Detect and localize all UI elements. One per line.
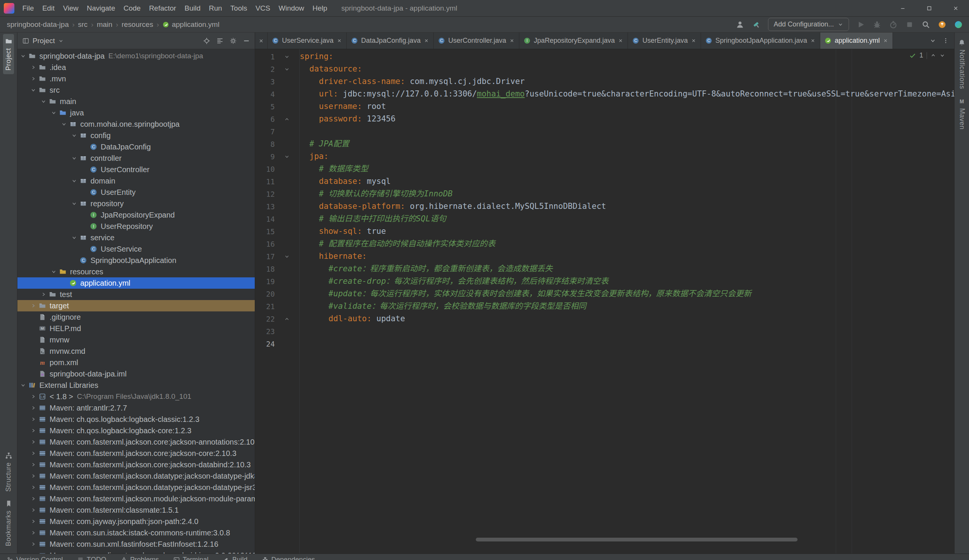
tree-item-test[interactable]: test [17,289,255,300]
settings-icon[interactable] [230,37,237,45]
menu-tools[interactable]: Tools [226,0,251,16]
tree-item-gitignore[interactable]: .gitignore [17,311,255,323]
tree-item-userservice[interactable]: CUserService [17,243,255,255]
menu-run[interactable]: Run [205,0,226,16]
chevron-expanded-icon[interactable] [39,98,48,105]
tree-item-maven-com-fasterxml-jackson-datatype-jackson-datatype-jsr310-2-10-3[interactable]: Maven: com.fasterxml.jackson.datatype:ja… [17,482,255,493]
tree-item-domain[interactable]: domain [17,175,255,186]
statusbar-item-dependencies[interactable]: Dependencies [262,556,315,560]
tree-item-external-libraries[interactable]: External Libraries [17,379,255,391]
menu-refactor[interactable]: Refactor [145,0,181,16]
tool-strip-button-notifications[interactable]: Notifications [957,36,967,93]
stop-icon[interactable] [905,20,914,29]
chevron-collapsed-icon[interactable] [29,484,37,490]
fold-end-icon[interactable] [279,116,295,122]
chevron-collapsed-icon[interactable] [29,462,37,468]
tab-close-icon[interactable] [618,38,623,43]
chevron-down-icon[interactable] [930,37,936,44]
tree-item-repository[interactable]: repository [17,198,255,209]
chevron-collapsed-icon[interactable] [29,416,37,422]
chevron-expanded-icon[interactable] [70,133,78,138]
chevron-collapsed-icon[interactable] [29,518,37,524]
fold-open-icon[interactable] [279,254,295,259]
chevron-expanded-icon[interactable] [29,87,37,93]
tab-close-icon[interactable] [810,38,816,43]
chevron-down-icon[interactable] [58,38,63,43]
chevron-expanded-icon[interactable] [50,110,58,116]
tree-item-maven-com-fasterxml-jackson-core-jackson-annotations-2-10-3[interactable]: Maven: com.fasterxml.jackson.core:jackso… [17,436,255,448]
chevron-collapsed-icon[interactable] [29,496,37,502]
build-hammer-icon[interactable] [752,20,761,29]
editor-code-area[interactable]: spring: datasource: driver-class-name: c… [300,49,954,553]
tree-item-main[interactable]: main [17,96,255,107]
tree-item-maven-com-sun-xml-fastinfoset-fastinfoset-1-2-16[interactable]: Maven: com.sun.xml.fastinfoset:FastInfos… [17,538,255,550]
breadcrumb-item-application-yml[interactable]: application.yml [162,20,220,29]
chevron-collapsed-icon[interactable] [29,439,37,445]
tree-item-src[interactable]: src [17,85,255,96]
tab-close-icon[interactable] [883,38,888,43]
chevron-collapsed-icon[interactable] [29,541,37,547]
chevron-expanded-icon[interactable] [60,121,68,127]
tree-item-maven-antlr-antlr-2-7-7[interactable]: Maven: antlr:antlr:2.7.7 [17,402,255,414]
tool-strip-button-bookmarks[interactable]: Bookmarks [3,497,14,550]
locate-icon[interactable] [203,37,210,45]
update-indicator-icon[interactable] [937,20,947,29]
tree-item-mvnw-cmd[interactable]: mvnw.cmd [17,346,255,357]
tree-item-application-yml[interactable]: application.yml [17,278,255,289]
search-everywhere-icon[interactable] [921,20,931,29]
tree-item-userentity[interactable]: CUserEntity [17,186,255,198]
chevron-collapsed-icon[interactable] [29,76,37,82]
add-configuration-button[interactable]: Add Configuration... [768,18,849,31]
tree-item-maven-com-fasterxml-jackson-datatype-jackson-datatype-jdk8-2-10-3[interactable]: Maven: com.fasterxml.jackson.datatype:ja… [17,470,255,482]
tree-item-datajpaconfig[interactable]: CDataJpaConfig [17,141,255,153]
inspections-widget[interactable]: 1 [909,52,945,60]
tree-item-resources[interactable]: resources [17,266,255,278]
close-icon[interactable] [942,0,969,16]
debug-icon[interactable] [872,20,882,29]
fold-open-icon[interactable] [279,54,295,60]
tree-item-springboot-data-jpa[interactable]: springboot-data-jpaE:\demo1\springboot-d… [17,50,255,61]
tab-close-icon[interactable] [509,38,515,43]
clipped-tab-close-icon[interactable] [255,33,268,49]
tab-springbootjpaapplication-java[interactable]: CSpringbootJpaApplication.java [701,33,820,49]
tree-item-usercontroller[interactable]: CUserController [17,164,255,175]
chevron-collapsed-icon[interactable] [39,291,48,297]
tree-item-maven-com-fasterxml-classmate-1-5-1[interactable]: Maven: com.fasterxml:classmate:1.5.1 [17,504,255,516]
tab-close-icon[interactable] [691,38,696,43]
statusbar-item-build[interactable]: Build [223,556,248,560]
chevron-collapsed-icon[interactable] [29,303,37,309]
tree-item-mvnw[interactable]: mvnw [17,334,255,346]
tree-item-springboot-data-jpa-iml[interactable]: springboot-data-jpa.iml [17,368,255,379]
tree-item-pom-xml[interactable]: mpom.xml [17,357,255,368]
profiler-icon[interactable] [889,20,898,29]
tree-item-maven-com-fasterxml-jackson-core-jackson-databind-2-10-3[interactable]: Maven: com.fasterxml.jackson.core:jackso… [17,459,255,470]
chevron-expanded-icon[interactable] [19,53,27,59]
tree-item-com-mohai-one-springbootjpa[interactable]: com.mohai.one.springbootjpa [17,118,255,130]
statusbar-item-version-control[interactable]: Version Control [7,556,63,560]
chevron-up-icon[interactable] [931,53,936,58]
chevron-collapsed-icon[interactable] [29,394,37,400]
tree-item-maven-com-fasterxml-jackson-module-jackson-module-parameter-names-2-10-3[interactable]: Maven: com.fasterxml.jackson.module:jack… [17,493,255,504]
tree-item-target[interactable]: target [17,300,255,311]
fold-open-icon[interactable] [279,66,295,72]
chevron-down-icon[interactable] [939,53,945,58]
statusbar-item-terminal[interactable]: Terminal [173,556,208,560]
tree-item-userrepository[interactable]: IUserRepository [17,221,255,232]
tree-item-maven-com-fasterxml-jackson-core-jackson-core-2-10-3[interactable]: Maven: com.fasterxml.jackson.core:jackso… [17,448,255,459]
tree-item-java[interactable]: java [17,107,255,118]
tab-close-icon[interactable] [424,38,429,43]
statusbar-item-todo[interactable]: TODO [77,556,107,560]
user-icon[interactable] [736,20,744,29]
chevron-collapsed-icon[interactable] [29,405,37,411]
statusbar-item-problems[interactable]: Problems [121,556,159,560]
menu-vcs[interactable]: VCS [251,0,275,16]
menu-navigate[interactable]: Navigate [83,0,119,16]
chevron-collapsed-icon[interactable] [29,473,37,479]
gradient-badge-icon[interactable] [954,20,963,29]
breadcrumb-item-resources[interactable]: resources [122,20,153,29]
menu-view[interactable]: View [59,0,83,16]
tab-close-icon[interactable] [336,38,342,43]
tab-application-yml[interactable]: application.yml [820,33,893,49]
breadcrumb-item-main[interactable]: main [97,20,112,29]
menu-help[interactable]: Help [308,0,331,16]
